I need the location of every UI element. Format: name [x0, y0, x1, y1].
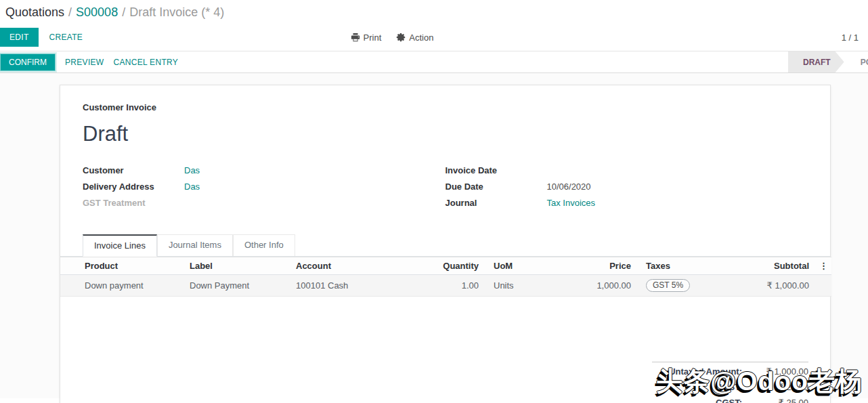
header-label[interactable]: Label [190, 257, 296, 275]
status-steps: DRAFT POSTED [788, 51, 868, 72]
notebook-tabs: Invoice Lines Journal Items Other Info [60, 234, 830, 257]
cell-subtotal[interactable]: ₹ 1,000.00 [737, 275, 816, 297]
cell-options [816, 275, 831, 297]
totals-untaxed: Untaxed Amount: ₹ 1,000.00 [652, 366, 808, 382]
customer-label: Customer [83, 165, 184, 175]
untaxed-amount-label: Untaxed Amount: [669, 366, 742, 377]
cell-quantity[interactable]: 1.00 [418, 275, 485, 297]
status-step-draft[interactable]: DRAFT [788, 51, 844, 72]
field-delivery-address: Delivery Address Das [83, 182, 446, 198]
field-journal: Journal Tax Invoices [446, 198, 808, 214]
toolbar-center: Print Action [351, 33, 434, 43]
untaxed-amount-value: ₹ 1,000.00 [754, 366, 808, 377]
breadcrumb: Quotations/S00008/Draft Invoice (* 4) [0, 0, 868, 24]
gst-treatment-label: GST Treatment [83, 198, 184, 208]
header-quantity[interactable]: Quantity [418, 257, 485, 275]
journal-value-link[interactable]: Tax Invoices [547, 198, 596, 208]
due-date-label: Due Date [446, 182, 547, 192]
field-due-date: Due Date 10/06/2020 [446, 182, 808, 198]
breadcrumb-separator: / [122, 5, 125, 19]
cell-label[interactable]: Down Payment [190, 275, 296, 297]
action-menu[interactable]: Action [396, 33, 433, 43]
print-menu[interactable]: Print [351, 33, 382, 43]
tab-invoice-lines[interactable]: Invoice Lines [83, 234, 157, 257]
edit-button[interactable]: EDIT [0, 28, 39, 47]
breadcrumb-current: Draft Invoice (* 4) [129, 5, 224, 19]
create-button[interactable]: CREATE [49, 33, 83, 42]
cell-product[interactable]: Down payment [60, 275, 190, 297]
form-content: Customer Invoice Draft Customer Das Deli… [0, 73, 868, 398]
toolbar-right: 1 / 1 [508, 33, 859, 43]
sgst-label: SGST: [716, 382, 742, 392]
tax-badge[interactable]: GST 5% [646, 279, 690, 292]
field-gst-treatment: GST Treatment [83, 198, 446, 214]
toolbar: EDIT CREATE Print Action 1 / 1 [0, 24, 868, 51]
optional-columns-icon[interactable]: ⋮ [816, 257, 831, 275]
delivery-address-label: Delivery Address [83, 182, 184, 192]
confirm-button[interactable]: CONFIRM [0, 54, 56, 71]
sgst-value: ₹ 25.00 [754, 382, 808, 392]
field-group-right: Invoice Date Due Date 10/06/2020 Journal… [446, 165, 808, 214]
field-groups: Customer Das Delivery Address Das GST Tr… [83, 165, 808, 214]
customer-value-link[interactable]: Das [184, 165, 200, 175]
field-group-left: Customer Das Delivery Address Das GST Tr… [83, 165, 446, 214]
tab-journal-items[interactable]: Journal Items [157, 234, 233, 256]
gear-icon [396, 33, 406, 42]
cell-price[interactable]: 1,000.00 [582, 275, 638, 297]
statusbar: CONFIRM PREVIEW CANCEL ENTRY DRAFT POSTE… [0, 51, 868, 73]
printer-icon [351, 33, 360, 42]
header-product[interactable]: Product [60, 257, 190, 275]
totals-cgst: CGST: ₹ 25.00 [652, 398, 808, 403]
cell-account[interactable]: 100101 Cash [296, 275, 418, 297]
action-menu-label: Action [409, 33, 433, 43]
page-title: Draft [83, 122, 808, 146]
toolbar-left: EDIT CREATE [0, 28, 351, 47]
invoice-sheet: Customer Invoice Draft Customer Das Deli… [60, 85, 831, 403]
totals-sgst: SGST: ₹ 25.00 [652, 382, 808, 398]
tab-other-info[interactable]: Other Info [233, 234, 295, 256]
cgst-label: CGST: [716, 398, 742, 403]
table-header-row: Product Label Account Quantity UoM Price… [60, 257, 831, 275]
invoice-date-label: Invoice Date [446, 165, 547, 175]
totals-section: Untaxed Amount: ₹ 1,000.00 SGST: ₹ 25.00… [60, 362, 830, 403]
header-account[interactable]: Account [296, 257, 418, 275]
delivery-address-value-link[interactable]: Das [184, 182, 200, 192]
document-type-label: Customer Invoice [83, 102, 808, 112]
field-customer: Customer Das [83, 165, 446, 182]
preview-button[interactable]: PREVIEW [65, 58, 104, 67]
cancel-entry-button[interactable]: CANCEL ENTRY [113, 58, 178, 67]
cell-uom[interactable]: Units [485, 275, 582, 297]
breadcrumb-root[interactable]: Quotations [5, 5, 64, 19]
table-row[interactable]: Down payment Down Payment 100101 Cash 1.… [60, 275, 831, 297]
header-price[interactable]: Price [582, 257, 638, 275]
statusbar-buttons: CONFIRM PREVIEW CANCEL ENTRY [0, 54, 178, 71]
field-invoice-date: Invoice Date [446, 165, 808, 182]
cell-taxes[interactable]: GST 5% [638, 275, 737, 297]
print-menu-label: Print [364, 33, 382, 43]
header-subtotal[interactable]: Subtotal [737, 257, 816, 275]
due-date-value: 10/06/2020 [547, 182, 591, 192]
cgst-value: ₹ 25.00 [754, 398, 808, 403]
header-uom[interactable]: UoM [485, 257, 582, 275]
invoice-lines-table: Product Label Account Quantity UoM Price… [60, 257, 831, 297]
journal-label: Journal [446, 198, 547, 208]
header-taxes[interactable]: Taxes [638, 257, 737, 275]
breadcrumb-separator: / [68, 5, 72, 19]
breadcrumb-parent-link[interactable]: S00008 [76, 5, 118, 19]
status-step-posted[interactable]: POSTED [844, 51, 868, 72]
pager[interactable]: 1 / 1 [842, 33, 859, 43]
